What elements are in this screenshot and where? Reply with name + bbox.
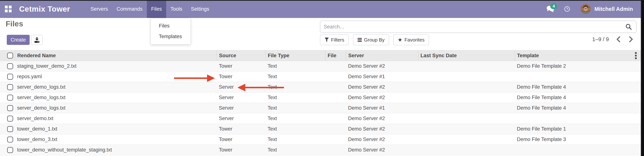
table-row[interactable]: server_demo.txt Server Text Demo Server … <box>0 113 641 124</box>
cell-file-type[interactable]: Text <box>266 72 326 82</box>
row-checkbox[interactable] <box>7 74 13 80</box>
cell-file[interactable] <box>326 72 346 82</box>
cell-source[interactable]: Tower <box>217 134 266 145</box>
cell-file-type[interactable]: Text <box>266 82 326 92</box>
cell-file[interactable] <box>326 61 346 72</box>
cell-file-type[interactable]: Text <box>266 113 326 124</box>
nav-menu-item[interactable]: Commands <box>112 0 147 18</box>
activities-button[interactable] <box>564 6 570 12</box>
search-icon[interactable] <box>625 23 632 30</box>
cell-template[interactable]: Demo File Template 1 <box>515 124 641 134</box>
nav-menu-item[interactable]: Tools <box>166 0 186 18</box>
nav-menu-item[interactable]: Files <box>147 0 166 18</box>
cell-last-sync-date[interactable] <box>418 103 515 113</box>
cell-server[interactable]: Demo Server #2 <box>346 82 418 92</box>
table-row[interactable]: server_demo_logs.txt Server Text Demo Se… <box>0 92 641 103</box>
cell-file-type[interactable]: Text <box>266 145 326 155</box>
favorites-button[interactable]: ★ Favorites <box>393 34 429 45</box>
cell-source[interactable]: Server <box>217 82 266 92</box>
column-header[interactable]: Server <box>346 50 418 61</box>
table-row[interactable]: server_demo_logs.txt Server Text Demo Se… <box>0 82 641 92</box>
cell-last-sync-date[interactable] <box>418 134 515 145</box>
cell-rendered-name[interactable]: tower_demo_1.txt <box>15 124 217 134</box>
cell-file[interactable] <box>326 82 346 92</box>
group-by-button[interactable]: Group By <box>353 34 389 45</box>
cell-file-type[interactable]: Text <box>266 92 326 103</box>
cell-rendered-name[interactable]: server_demo_logs.txt <box>15 92 217 103</box>
table-row[interactable]: server_demo_logs.txt Server Text Demo Se… <box>0 103 641 113</box>
cell-last-sync-date[interactable] <box>418 92 515 103</box>
dropdown-menu-item[interactable]: Files <box>151 21 190 31</box>
pager-previous-button[interactable] <box>616 36 621 43</box>
row-checkbox[interactable] <box>7 84 13 90</box>
row-checkbox[interactable] <box>7 116 13 122</box>
column-header[interactable]: File <box>326 50 346 61</box>
cell-last-sync-date[interactable] <box>418 145 515 155</box>
cell-file[interactable] <box>326 113 346 124</box>
apps-menu-icon[interactable] <box>5 6 12 12</box>
cell-server[interactable]: Demo Server #1 <box>346 103 418 113</box>
row-checkbox[interactable] <box>7 147 13 153</box>
nav-menu-item[interactable]: Settings <box>186 0 214 18</box>
cell-rendered-name[interactable]: repos.yaml <box>15 72 217 82</box>
search-input[interactable] <box>320 21 625 33</box>
download-button[interactable] <box>31 35 42 45</box>
table-row[interactable]: tower_demo_1.txt Tower Text Demo Server … <box>0 124 641 134</box>
cell-file[interactable] <box>326 145 346 155</box>
cell-file[interactable] <box>326 92 346 103</box>
cell-source[interactable]: Tower <box>217 124 266 134</box>
cell-last-sync-date[interactable] <box>418 124 515 134</box>
row-checkbox[interactable] <box>7 63 13 69</box>
cell-server[interactable]: Demo Server #2 <box>346 134 418 145</box>
cell-template[interactable]: Demo File Template 4 <box>515 82 641 92</box>
cell-file[interactable] <box>326 103 346 113</box>
cell-template[interactable]: Demo File Template 3 <box>515 134 641 145</box>
cell-template[interactable] <box>515 113 641 124</box>
cell-source[interactable]: Tower <box>217 145 266 155</box>
cell-rendered-name[interactable]: server_demo.txt <box>15 113 217 124</box>
cell-file-type[interactable]: Text <box>266 134 326 145</box>
cell-server[interactable]: Demo Server #2 <box>346 92 418 103</box>
cell-template[interactable]: Demo File Template 4 <box>515 92 641 103</box>
table-row[interactable]: tower_demo_3.txt Tower Text Demo Server … <box>0 134 641 145</box>
cell-rendered-name[interactable]: server_demo_logs.txt <box>15 103 217 113</box>
column-header[interactable]: Source <box>217 50 266 61</box>
column-header[interactable]: File Type <box>266 50 326 61</box>
select-all-checkbox[interactable] <box>7 53 13 59</box>
cell-source[interactable]: Tower <box>217 61 266 72</box>
cell-rendered-name[interactable]: server_demo_logs.txt <box>15 82 217 92</box>
cell-server[interactable]: Demo Server #2 <box>346 145 418 155</box>
optional-columns-toggle-icon[interactable] <box>635 52 637 59</box>
table-row[interactable]: repos.yaml Tower Text Demo Server #1 <box>0 72 641 82</box>
row-checkbox[interactable] <box>7 95 13 101</box>
row-checkbox[interactable] <box>7 137 13 143</box>
row-checkbox[interactable] <box>7 105 13 111</box>
cell-last-sync-date[interactable] <box>418 113 515 124</box>
user-menu[interactable]: Mitchell Admin <box>594 6 633 12</box>
app-brand[interactable]: Cetmix Tower <box>19 5 70 13</box>
cell-file-type[interactable]: Text <box>266 124 326 134</box>
cell-last-sync-date[interactable] <box>418 61 515 72</box>
dropdown-menu-item[interactable]: Templates <box>151 31 190 42</box>
cell-file[interactable] <box>326 134 346 145</box>
cell-file[interactable] <box>326 124 346 134</box>
cell-server[interactable]: Demo Server #2 <box>346 124 418 134</box>
nav-menu-item[interactable]: Servers <box>86 0 112 18</box>
cell-server[interactable]: Demo Server #1 <box>346 72 418 82</box>
cell-file-type[interactable]: Text <box>266 61 326 72</box>
cell-rendered-name[interactable]: tower_demo_3.txt <box>15 134 217 145</box>
row-checkbox[interactable] <box>7 126 13 132</box>
cell-template[interactable] <box>515 72 641 82</box>
cell-last-sync-date[interactable] <box>418 72 515 82</box>
column-header[interactable]: Rendered Name <box>15 50 217 61</box>
cell-source[interactable]: Server <box>217 103 266 113</box>
cell-source[interactable]: Tower <box>217 72 266 82</box>
cell-file-type[interactable]: Text <box>266 103 326 113</box>
cell-rendered-name[interactable]: staging_tower_demo_2.txt <box>15 61 217 72</box>
cell-template[interactable]: Demo File Template 2 <box>515 61 641 72</box>
table-row[interactable]: tower_demo_without_template_staging.txt … <box>0 145 641 155</box>
cell-template[interactable]: Demo File Template 4 <box>515 103 641 113</box>
cell-server[interactable]: Demo Server #2 <box>346 113 418 124</box>
table-row[interactable]: staging_tower_demo_2.txt Tower Text Demo… <box>0 61 641 72</box>
filters-button[interactable]: Filters <box>320 34 349 45</box>
